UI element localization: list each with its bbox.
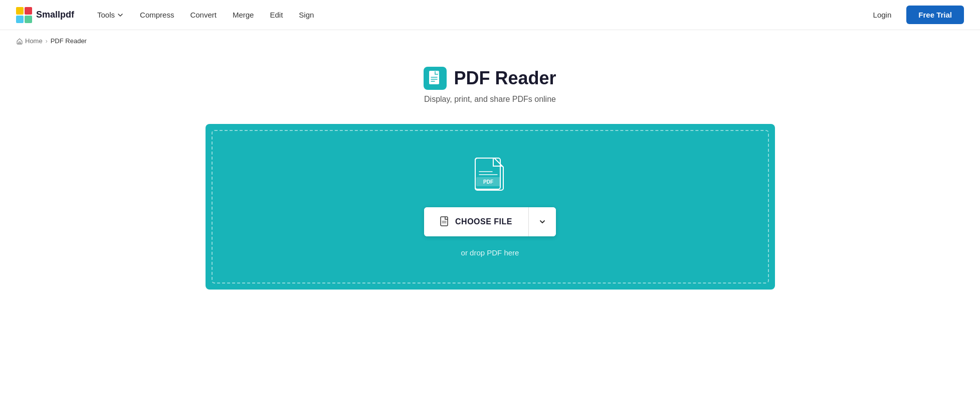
svg-rect-0: [16, 7, 24, 15]
breadcrumb-home[interactable]: Home: [16, 37, 43, 45]
nav-compress-label: Compress: [140, 11, 174, 19]
choose-file-row: CHOOSE FILE: [424, 207, 556, 236]
chevron-down-icon: [117, 12, 124, 19]
title-area: PDF Reader: [424, 67, 556, 90]
nav-merge-label: Merge: [233, 11, 254, 19]
pdf-reader-icon: [424, 67, 447, 90]
main-nav: Tools Compress Convert Merge Edit Sign: [90, 7, 866, 23]
svg-rect-2: [16, 16, 24, 23]
breadcrumb-separator: ›: [46, 38, 48, 45]
choose-file-label: CHOOSE FILE: [455, 217, 512, 226]
page-subtitle: Display, print, and share PDFs online: [424, 95, 556, 104]
nav-tools-label: Tools: [97, 11, 115, 19]
logo[interactable]: Smallpdf: [16, 7, 74, 23]
nav-sign[interactable]: Sign: [292, 7, 321, 23]
drop-text: or drop PDF here: [461, 248, 519, 257]
nav-sign-label: Sign: [299, 11, 314, 19]
choose-file-button[interactable]: CHOOSE FILE: [424, 207, 528, 236]
drop-zone-inner: PDF CHOOSE FILE: [212, 130, 769, 284]
svg-text:PDF: PDF: [483, 179, 493, 185]
home-icon: [16, 38, 23, 45]
svg-rect-3: [25, 16, 32, 23]
login-button[interactable]: Login: [866, 7, 899, 23]
breadcrumb-current: PDF Reader: [51, 37, 87, 45]
breadcrumb: Home › PDF Reader: [0, 30, 980, 52]
pdf-upload-icon: PDF: [474, 157, 506, 195]
breadcrumb-home-label: Home: [25, 37, 43, 45]
nav-convert[interactable]: Convert: [183, 7, 224, 23]
logo-text: Smallpdf: [36, 10, 74, 20]
nav-convert-label: Convert: [190, 11, 217, 19]
nav-edit[interactable]: Edit: [263, 7, 290, 23]
choose-file-dropdown-button[interactable]: [529, 207, 556, 236]
chevron-down-icon: [538, 217, 547, 226]
header: Smallpdf Tools Compress Convert Merge Ed…: [0, 0, 980, 30]
drop-zone-wrapper: PDF CHOOSE FILE: [189, 124, 791, 290]
main-content: PDF Reader Display, print, and share PDF…: [0, 52, 980, 290]
logo-icon: [16, 7, 32, 23]
svg-rect-1: [25, 7, 32, 15]
nav-tools[interactable]: Tools: [90, 7, 131, 23]
header-right: Login Free Trial: [866, 6, 964, 24]
choose-file-icon: [440, 216, 450, 227]
nav-edit-label: Edit: [270, 11, 283, 19]
page-title: PDF Reader: [454, 68, 556, 89]
drop-zone[interactable]: PDF CHOOSE FILE: [206, 124, 775, 290]
free-trial-button[interactable]: Free Trial: [906, 6, 964, 24]
nav-compress[interactable]: Compress: [133, 7, 181, 23]
nav-merge[interactable]: Merge: [226, 7, 261, 23]
